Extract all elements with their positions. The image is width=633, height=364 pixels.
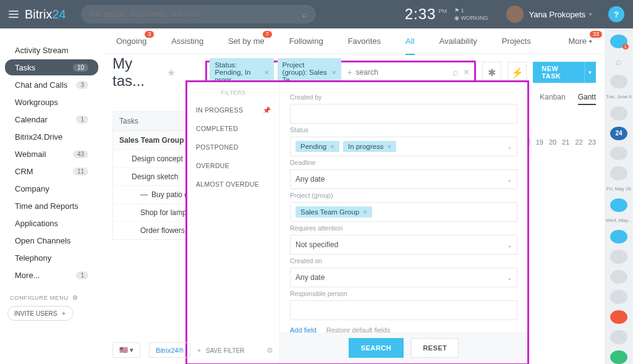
help-button[interactable]: ?	[608, 6, 624, 22]
field-status[interactable]: Pending× In progress× ⌄	[290, 137, 517, 156]
chevron-down-icon[interactable]: ⌄	[507, 274, 512, 281]
logo[interactable]: Bitrix24	[25, 7, 66, 22]
rail-avatar[interactable]	[610, 330, 627, 344]
chevron-down-icon[interactable]: ⌄	[507, 242, 512, 248]
tab-set-by-me[interactable]: Set by me7	[227, 28, 266, 54]
nav-applications[interactable]: Applications	[5, 215, 98, 231]
gantt-day: 21	[562, 138, 569, 146]
rail-avatar[interactable]	[610, 290, 627, 303]
tab-availability[interactable]: Availability	[438, 28, 478, 54]
rail-avatar[interactable]	[610, 106, 627, 120]
remove-chip-icon[interactable]: ×	[330, 143, 334, 150]
rail-avatar[interactable]	[610, 270, 627, 284]
subtab-gantt[interactable]: Gantt	[578, 93, 596, 105]
filter-preset-completed[interactable]: COMPLETED	[187, 119, 279, 138]
nav-tasks[interactable]: Tasks10	[5, 59, 98, 75]
subtab-kanban[interactable]: Kanban	[540, 93, 565, 105]
field-responsible[interactable]	[290, 300, 517, 320]
global-search[interactable]: ⌕	[81, 5, 316, 23]
field-project[interactable]: Sales Team Group×	[290, 202, 517, 222]
nav-webmail[interactable]: Webmail43	[5, 146, 98, 162]
tab-projects[interactable]: Projects	[501, 28, 532, 54]
filter-preset-overdue[interactable]: OVERDUE	[187, 156, 279, 175]
remove-chip-icon[interactable]: ×	[387, 143, 391, 150]
tab-following[interactable]: Following	[288, 28, 325, 54]
field-created-by[interactable]	[290, 104, 517, 124]
rail-avatar[interactable]	[610, 250, 627, 263]
nav-activity-stream[interactable]: Activity Stream	[5, 42, 98, 58]
language-selector[interactable]: 🇺🇸 ▾	[113, 342, 140, 358]
rail-action-icon[interactable]	[610, 310, 627, 324]
nav-bitrix24-drive[interactable]: Bitrix24.Drive	[5, 129, 98, 145]
configure-menu[interactable]: CONFIGURE MENU ⚙	[10, 294, 103, 301]
gantt-day-headers: 181920212223	[520, 138, 597, 146]
remove-chip-icon[interactable]: ×	[265, 69, 269, 76]
rail-action-icon[interactable]	[610, 198, 627, 212]
search-icon[interactable]: ⌕	[452, 67, 459, 78]
chevron-down-icon[interactable]: ⌄	[507, 176, 512, 183]
rail-call-icon[interactable]	[610, 350, 627, 364]
rail-b24-icon[interactable]: 24	[610, 127, 627, 140]
bitrix-badge[interactable]: Bitrix24®	[149, 342, 190, 358]
tab-assisting[interactable]: Assisting	[170, 28, 205, 54]
filter-preset-almost-overdue[interactable]: ALMOST OVERDUE	[187, 175, 279, 193]
field-deadline[interactable]: Any date⌄	[290, 169, 517, 189]
pin-icon[interactable]: 📌	[263, 106, 271, 114]
user-name: Yana Prokopets	[529, 10, 585, 19]
global-search-input[interactable]	[90, 10, 297, 19]
filter-preset-postponed[interactable]: POSTPONED	[187, 138, 279, 156]
rail-search-icon[interactable]: ⌕	[610, 54, 627, 68]
status-chip-in-progress[interactable]: In progress×	[343, 141, 396, 152]
add-filter-icon[interactable]: +	[347, 67, 352, 77]
page-title: My tas...	[113, 55, 163, 90]
nav-chat-and-calls[interactable]: Chat and Calls3	[5, 77, 98, 93]
left-nav: Activity StreamTasks10Chat and Calls3Wor…	[0, 28, 104, 364]
nav-calendar[interactable]: Calendar1	[5, 111, 98, 127]
tab-all[interactable]: All	[404, 28, 415, 54]
clock-status: ◉ WORKING	[454, 15, 488, 21]
remove-chip-icon[interactable]: ×	[363, 208, 367, 216]
search-button[interactable]: SEARCH	[349, 338, 404, 358]
invite-users-button[interactable]: INVITE USERS ＋	[7, 306, 74, 321]
filter-preset-in-progress[interactable]: IN PROGRESS📌	[187, 101, 279, 119]
rail-avatar[interactable]	[610, 166, 627, 180]
nav-workgroups[interactable]: Workgroups	[5, 94, 98, 110]
rail-notifications-icon[interactable]: 1	[610, 35, 627, 48]
gantt-day: 23	[588, 138, 596, 146]
new-task-button[interactable]: NEW TASK ▾	[533, 62, 596, 83]
project-chip[interactable]: Sales Team Group×	[295, 206, 372, 218]
filter-search-input[interactable]	[356, 68, 449, 77]
nav-telephony[interactable]: Telephony	[5, 250, 98, 266]
clear-filter-icon[interactable]: ×	[464, 67, 469, 78]
nav-crm[interactable]: CRM11	[5, 163, 98, 179]
avatar	[506, 6, 524, 23]
field-requires-attention[interactable]: Not specified⌄	[290, 235, 517, 255]
rail-avatar[interactable]	[610, 75, 627, 88]
gantt-day: 19	[536, 138, 543, 146]
tab-favorites[interactable]: Favorites	[347, 28, 382, 54]
new-task-dropdown[interactable]: ▾	[584, 62, 596, 83]
tab-ongoing[interactable]: Ongoing3	[115, 28, 148, 54]
field-created-on[interactable]: Any date⌄	[290, 268, 517, 287]
tab-more[interactable]: More▾33	[567, 28, 593, 54]
status-chip-pending[interactable]: Pending×	[295, 141, 339, 152]
user-menu[interactable]: Yana Prokopets ▾	[506, 6, 592, 23]
hamburger-icon[interactable]	[9, 11, 19, 18]
nav-open-channels[interactable]: Open Channels	[5, 232, 98, 248]
nav-company[interactable]: Company	[5, 180, 98, 197]
save-filter-button[interactable]: ＋ SAVE FILTER	[196, 346, 244, 355]
favorite-star-icon[interactable]: ★	[167, 67, 176, 78]
settings-button[interactable]: ✱	[482, 62, 501, 83]
gantt-day: 22	[576, 138, 583, 146]
nav-time-and-reports[interactable]: Time and Reports	[5, 198, 98, 214]
rail-action-icon[interactable]	[610, 230, 627, 243]
filter-settings-icon[interactable]: ⚙	[266, 346, 273, 355]
remove-chip-icon[interactable]: ×	[332, 69, 336, 76]
chevron-down-icon[interactable]: ⌄	[507, 143, 512, 150]
bolt-button[interactable]: ⚡	[508, 62, 527, 83]
rail-avatar[interactable]	[610, 146, 627, 160]
rail-date: Fri, May 26	[606, 187, 631, 192]
nav-more-[interactable]: More...1	[5, 267, 98, 283]
search-icon: ⌕	[302, 10, 307, 19]
reset-button[interactable]: RESET	[411, 338, 459, 358]
